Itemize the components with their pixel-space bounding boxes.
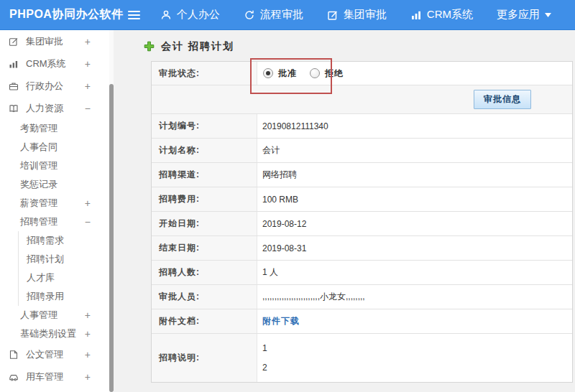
nav-label: 集团审批 <box>344 8 387 22</box>
button-row: 审批信息 <box>152 85 572 114</box>
sidebar-item-recruit-plan[interactable]: 招聘计划 <box>18 250 109 269</box>
book-icon <box>9 103 19 113</box>
field-label: 招聘渠道: <box>152 163 257 187</box>
sidebar-item-training[interactable]: 培训管理 <box>0 157 109 175</box>
radio-approve[interactable] <box>263 68 273 78</box>
approval-status-options: 批准 拒绝 <box>257 62 572 85</box>
sidebar-item-crm[interactable]: CRM系统 + <box>0 52 109 75</box>
sidebar-item-label: 行政办公 <box>26 80 63 93</box>
caret-down-icon <box>545 13 551 17</box>
sidebar-item-personnel-mgmt[interactable]: 人事管理 + <box>0 306 109 325</box>
field-row-attachment: 附件文档: 附件下载 <box>152 309 572 334</box>
expand-toggle-icon[interactable]: + <box>85 59 91 69</box>
nav-personal-office[interactable]: 个人办公 <box>160 8 220 22</box>
nav-label: 个人办公 <box>177 8 220 22</box>
field-row-approvers: 审批人员: ,,,,,,,,,,,,,,,,,,,,,,,,小龙女,,,,,,,… <box>152 285 572 309</box>
field-label: 审批状态: <box>152 62 257 85</box>
expand-toggle-icon[interactable]: + <box>85 372 91 382</box>
field-value: 会计 <box>257 139 572 162</box>
field-label: 开始日期: <box>152 212 257 235</box>
field-row-plan-number: 计划编号: 20190812111340 <box>152 114 572 139</box>
sidebar-item-group-approval[interactable]: 集团审批 + <box>0 30 109 52</box>
field-label: 招聘人数: <box>152 261 257 284</box>
sidebar-item-label: 用车管理 <box>26 370 63 383</box>
collapse-toggle-icon[interactable]: − <box>85 217 91 227</box>
hamburger-menu-icon[interactable] <box>128 11 139 19</box>
field-label: 附件文档: <box>152 309 257 333</box>
app-brand: PHPOA协同办公软件 <box>0 7 128 22</box>
sidebar-item-rewards[interactable]: 奖惩记录 <box>0 175 109 194</box>
top-navbar: PHPOA协同办公软件 个人办公 流程审批 集团审批 <box>0 0 575 30</box>
field-value: 2019-08-12 <box>257 212 572 235</box>
field-row-start-date: 开始日期: 2019-08-12 <box>152 212 572 236</box>
description-line: 2 <box>262 363 267 373</box>
sidebar-item-base-category[interactable]: 基础类别设置 + <box>0 325 109 343</box>
nav-group-approval[interactable]: 集团审批 <box>327 8 387 22</box>
attachment-download-link[interactable]: 附件下载 <box>262 315 300 327</box>
nav-crm-system[interactable]: CRM系统 <box>410 8 473 22</box>
sidebar-nav: 集团审批 + CRM系统 + 行政办公 + 人力资源 − 考勤管 <box>0 30 109 392</box>
nav-process-approval[interactable]: 流程审批 <box>244 8 303 22</box>
nav-label: 更多应用 <box>497 8 540 22</box>
sidebar-item-attendance[interactable]: 考勤管理 <box>0 119 109 138</box>
sidebar-item-label: 奖惩记录 <box>20 178 58 191</box>
field-value: 网络招聘 <box>257 163 572 187</box>
radio-reject[interactable] <box>310 68 320 78</box>
field-row-description: 招聘说明: 1 2 <box>152 334 572 382</box>
sidebar-item-label: 人力资源 <box>26 102 63 115</box>
radio-reject-label: 拒绝 <box>325 67 344 80</box>
sidebar-item-admin-office[interactable]: 行政办公 + <box>0 75 109 97</box>
car-icon <box>9 372 19 382</box>
sidebar-item-hr[interactable]: 人力资源 − <box>0 97 109 119</box>
document-icon <box>9 350 19 360</box>
expand-toggle-icon[interactable]: + <box>85 81 91 91</box>
sidebar-item-recruit-mgmt[interactable]: 招聘管理 − <box>0 213 109 231</box>
bar-chart-icon <box>9 59 19 69</box>
field-label: 招聘说明: <box>152 334 257 382</box>
field-row-end-date: 结束日期: 2019-08-31 <box>152 236 572 261</box>
sidebar-item-label: 人才库 <box>27 271 55 284</box>
field-row-headcount: 招聘人数: 1 人 <box>152 261 572 285</box>
sidebar-item-label: 集团审批 <box>26 35 63 48</box>
sidebar-item-label: 招聘录用 <box>27 290 64 303</box>
field-value: 20190812111340 <box>257 114 572 138</box>
field-value: ,,,,,,,,,,,,,,,,,,,,,,,,小龙女,,,,,,,, <box>257 285 572 309</box>
field-row-plan-name: 计划名称: 会计 <box>152 139 572 163</box>
expand-toggle-icon[interactable]: + <box>85 37 91 47</box>
sidebar-item-label: 人事合同 <box>20 141 58 154</box>
field-label: 结束日期: <box>152 236 257 260</box>
field-label: 计划编号: <box>152 114 257 138</box>
field-value: 1 人 <box>257 261 572 284</box>
sidebar-item-talent-pool[interactable]: 人才库 <box>18 269 109 287</box>
field-row-recruit-cost: 招聘费用: 100 RMB <box>152 187 572 212</box>
plus-icon <box>144 41 155 52</box>
sidebar-item-label: 招聘需求 <box>27 234 64 247</box>
briefcase-icon <box>9 81 19 91</box>
sidebar-item-label: 考勤管理 <box>20 122 58 135</box>
expand-toggle-icon[interactable]: + <box>85 329 91 339</box>
nav-label: CRM系统 <box>427 8 473 22</box>
collapse-toggle-icon[interactable]: − <box>85 103 91 113</box>
field-row-approval-status: 审批状态: 批准 拒绝 <box>152 62 572 85</box>
sidebar-item-label: 薪资管理 <box>20 197 58 210</box>
field-value: 100 RMB <box>257 187 572 211</box>
approval-info-button[interactable]: 审批信息 <box>474 90 531 109</box>
edit-square-icon <box>9 37 19 47</box>
description-line: 1 <box>262 343 267 353</box>
expand-toggle-icon[interactable]: + <box>85 310 91 320</box>
sidebar-item-document-mgmt[interactable]: 公文管理 + <box>0 343 109 365</box>
sidebar-item-hr-contract[interactable]: 人事合同 <box>0 138 109 157</box>
sidebar-item-recruit-hire[interactable]: 招聘录用 <box>18 287 109 306</box>
sidebar-item-label: 基础类别设置 <box>20 327 76 340</box>
user-icon <box>160 9 172 21</box>
sidebar-item-salary[interactable]: 薪资管理 + <box>0 194 109 213</box>
page-title-text: 会计 招聘计划 <box>161 40 234 53</box>
expand-toggle-icon[interactable]: + <box>85 198 91 208</box>
main-content: 会计 招聘计划 审批状态: 批准 拒绝 审批信息 计划编号: 201908121… <box>114 30 575 392</box>
sidebar-item-vehicle-mgmt[interactable]: 用车管理 + <box>0 365 109 388</box>
refresh-arrow-icon <box>244 9 255 21</box>
nav-more-apps[interactable]: 更多应用 <box>497 8 551 22</box>
expand-toggle-icon[interactable]: + <box>85 350 91 360</box>
sidebar-item-recruit-demand[interactable]: 招聘需求 <box>18 231 109 250</box>
page-title: 会计 招聘计划 <box>114 30 575 61</box>
